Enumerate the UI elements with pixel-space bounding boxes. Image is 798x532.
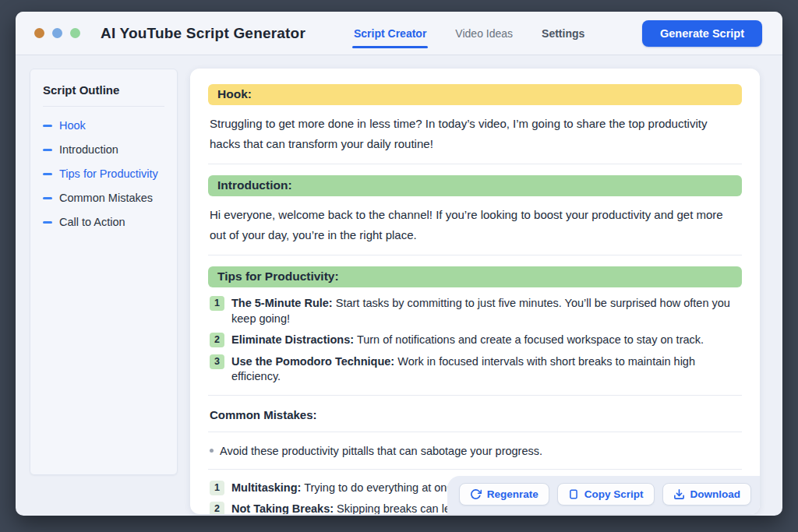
tab-video-ideas[interactable]: Video Ideas — [455, 12, 513, 55]
dash-icon — [43, 173, 52, 175]
dash-icon — [43, 197, 52, 199]
tip-number-badge: 2 — [210, 333, 224, 347]
tip-text: Use the Pomodoro Technique: Work in focu… — [231, 354, 740, 385]
tip-text: Eliminate Distractions: Turn of notifica… — [231, 333, 704, 348]
window-controls — [34, 28, 80, 38]
mistake-number-badge: 1 — [210, 481, 224, 495]
introduction-section-body: Hi everyone, welcome back to the channel… — [208, 205, 742, 245]
section-divider — [208, 255, 742, 255]
section-divider — [208, 395, 742, 396]
outline-item-tips[interactable]: Tips for Productivity — [43, 167, 164, 180]
download-icon — [673, 488, 685, 500]
tab-settings[interactable]: Settings — [542, 12, 584, 55]
tip-item: 3 Use the Pomodoro Technique: Work in fo… — [208, 354, 742, 385]
hook-section-header: Hook: — [208, 84, 742, 105]
outline-item-label: Hook — [59, 119, 86, 132]
common-mistakes-section-header: Common Mistakes: — [208, 407, 742, 421]
dash-icon — [43, 149, 52, 151]
outline-item-introduction[interactable]: Introduction — [43, 143, 164, 156]
tip-number-badge: 3 — [210, 354, 224, 369]
tip-number-badge: 1 — [210, 296, 224, 311]
outline-item-label: Introduction — [59, 143, 118, 156]
window-maximize-icon[interactable] — [70, 28, 80, 38]
outline-item-label: Tips for Productivity — [59, 167, 158, 180]
dash-icon — [43, 221, 52, 224]
outline-item-label: Call to Action — [59, 216, 125, 228]
outline-item-label: Common Mistakes — [59, 192, 153, 204]
tips-section-header: Tips for Productivity: — [208, 266, 742, 287]
outline-item-hook[interactable]: Hook — [43, 119, 164, 132]
copy-icon — [568, 488, 579, 500]
script-outline-panel: Script Outline Hook Introduction Tips fo… — [30, 69, 178, 475]
section-divider — [208, 432, 742, 432]
introduction-section-header: Introduction: — [208, 175, 742, 196]
sidebar-heading: Script Outline — [43, 83, 164, 107]
mistake-number-badge: 2 — [210, 502, 224, 514]
dash-icon — [43, 125, 52, 127]
tip-item: 1 The 5-Minute Rule: Start tasks by comm… — [208, 296, 742, 326]
bullet-icon — [210, 449, 214, 453]
mistakes-intro: Avoid these productivity pittalls that c… — [208, 443, 742, 459]
section-divider — [208, 164, 742, 164]
copy-script-button[interactable]: Copy Script — [557, 483, 655, 506]
generate-script-button[interactable]: Generate Script — [642, 20, 762, 47]
tip-item: 2 Eliminate Distractions: Turn of notifi… — [208, 333, 742, 348]
refresh-icon — [470, 488, 482, 500]
section-divider — [208, 469, 742, 470]
download-button[interactable]: Download — [662, 483, 752, 506]
tab-script-creator[interactable]: Script Creator — [354, 12, 426, 55]
script-card: Hook: Struggling to get more done in les… — [190, 69, 760, 514]
app-window: AI YouTube Script Generator Script Creat… — [16, 12, 782, 516]
content-area: Script Outline Hook Introduction Tips fo… — [16, 55, 782, 514]
window-close-icon[interactable] — [34, 28, 44, 38]
window-minimize-icon[interactable] — [52, 28, 62, 38]
mistakes-intro-text: Avoid these productivity pittalls that c… — [220, 445, 542, 457]
outline-item-call-to-action[interactable]: Call to Action — [43, 216, 164, 228]
page-title: AI YouTube Script Generator — [101, 25, 305, 42]
nav-tabs: Script Creator Video Ideas Settings — [354, 12, 584, 55]
tip-text: The 5-Minute Rule: Start tasks by commit… — [231, 296, 740, 326]
regenerate-button[interactable]: Regenrate — [459, 483, 549, 506]
top-bar: AI YouTube Script Generator Script Creat… — [16, 12, 782, 55]
script-action-bar: Regenrate Copy Script Download — [447, 476, 760, 514]
outline-item-common-mistakes[interactable]: Common Mistakes — [43, 192, 164, 204]
hook-section-body: Struggling to get more done in less time… — [208, 114, 742, 153]
